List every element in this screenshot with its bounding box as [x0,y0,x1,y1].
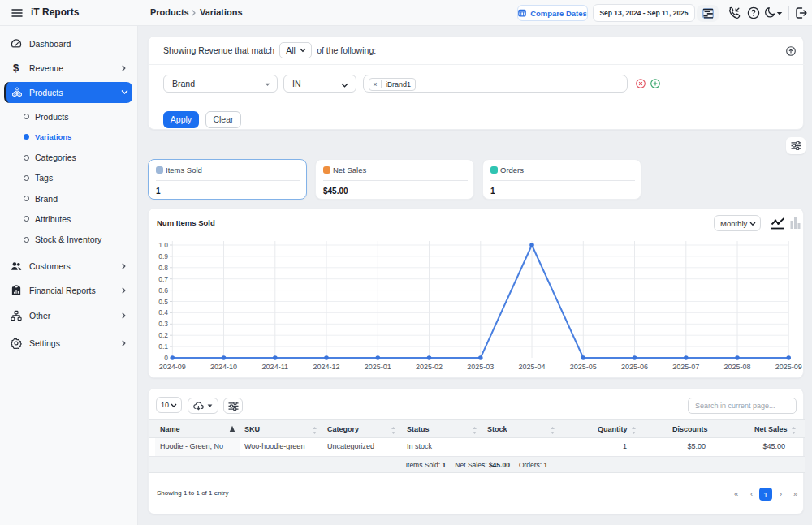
svg-text:0.1: 0.1 [158,342,168,351]
svg-text:2024-10: 2024-10 [210,363,237,371]
svg-text:2025-03: 2025-03 [467,363,494,371]
svg-text:2025-04: 2025-04 [518,363,545,371]
svg-text:2025-05: 2025-05 [570,363,597,371]
svg-text:0.7: 0.7 [158,275,168,283]
svg-text:0.4: 0.4 [158,308,168,316]
svg-text:2025-09: 2025-09 [775,363,802,371]
svg-text:0.9: 0.9 [158,252,168,260]
svg-text:2025-08: 2025-08 [723,363,750,371]
svg-text:2024-12: 2024-12 [313,363,339,371]
svg-text:2024-09: 2024-09 [159,363,186,371]
svg-text:2024-11: 2024-11 [262,363,288,371]
svg-text:0.2: 0.2 [158,331,168,339]
svg-text:0: 0 [164,354,168,362]
svg-text:0.8: 0.8 [158,264,168,272]
svg-text:0.5: 0.5 [158,298,168,306]
svg-text:2025-01: 2025-01 [365,363,391,371]
svg-text:2025-07: 2025-07 [672,363,699,371]
svg-text:0.3: 0.3 [158,320,168,328]
svg-text:2025-06: 2025-06 [621,363,648,371]
svg-text:2025-02: 2025-02 [416,363,443,371]
svg-text:0.6: 0.6 [158,286,168,295]
svg-text:1.0: 1.0 [158,241,168,249]
